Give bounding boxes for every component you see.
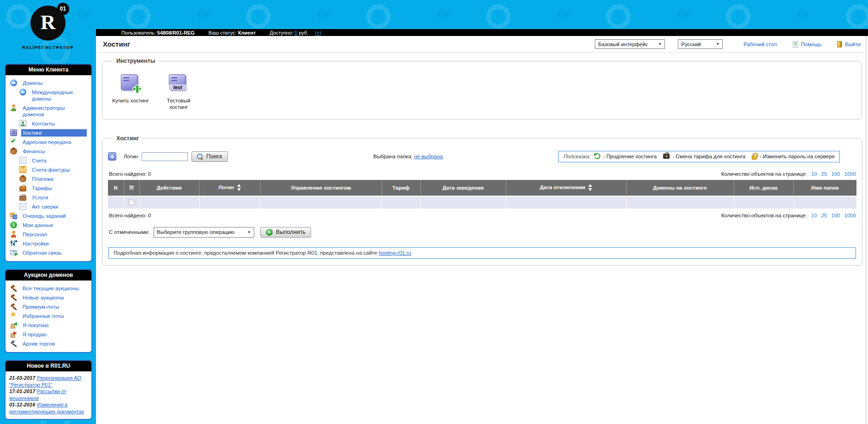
column-header[interactable]: Дата отключения (506, 180, 626, 196)
admins-icon (10, 104, 17, 111)
sort-asc-icon[interactable] (237, 184, 241, 187)
logout-link[interactable]: Выйти (837, 41, 861, 48)
news-item: 21-03-2017Реорганизация АО "Регистратор … (9, 375, 88, 388)
folder-selection: Выбрана папка: не выбрана (373, 154, 443, 159)
found-count: Всего найдено: 0 (109, 213, 151, 218)
sidebar-item[interactable]: Избранные лоты (6, 311, 90, 321)
execute-arrow-icon (266, 229, 273, 236)
settings-icon (10, 240, 17, 247)
sidebar-item[interactable]: Адресная передача (6, 137, 90, 147)
per-page-links: 10251001000 (807, 213, 856, 218)
sidebar-item[interactable]: Обратная связь (6, 248, 90, 257)
group-operation-select[interactable]: Выберите групповую операцию ▼ (154, 227, 254, 238)
sort-arrows[interactable] (588, 184, 592, 191)
sidebar-item[interactable]: Счета-фактуры (6, 165, 90, 174)
per-page-option[interactable]: 100 (831, 171, 840, 177)
sort-desc-icon[interactable] (237, 188, 241, 191)
language-select[interactable]: Русский ▼ (678, 39, 723, 49)
sidebar-item-label: Я покупаю (21, 322, 87, 329)
interface-select[interactable]: Базовый интерфейс ▼ (595, 39, 665, 49)
sidebar-item[interactable]: Я покупаю (6, 321, 90, 330)
login-input[interactable] (142, 152, 188, 161)
row-checkbox[interactable] (129, 200, 134, 205)
group-operation-select-value: Выберите групповую операцию (157, 229, 234, 235)
sidebar-item[interactable]: Архив торгов (6, 339, 90, 348)
payments-icon (19, 175, 26, 182)
column-header-label: Домены на хостинге (653, 185, 707, 191)
sort-asc-icon[interactable] (588, 184, 592, 187)
logo: R 01 R01/РЕГИСТРАТОР (0, 6, 96, 64)
topup-link[interactable]: (+) (315, 30, 321, 36)
info-link[interactable]: hosting.r01.ru (379, 250, 411, 256)
help-link[interactable]: Помощь (793, 41, 821, 48)
per-page-links: 10251001000 (807, 171, 856, 177)
tool-test-hosting[interactable]: testТестовый хостинг (158, 74, 199, 111)
sidebar-item[interactable]: Акт сверки (6, 202, 90, 211)
column-header[interactable]: Логин (199, 180, 260, 196)
sort-desc-icon[interactable] (588, 188, 592, 191)
document-icon (19, 203, 26, 210)
per-page-option[interactable]: 10 (811, 213, 817, 218)
help-link-label: Помощь (801, 42, 821, 47)
per-page-option[interactable]: 25 (821, 171, 827, 177)
sort-arrows[interactable] (237, 184, 241, 191)
globe-icon (19, 89, 26, 96)
sidebar-item[interactable]: Очередь заданий (6, 211, 90, 221)
table-cell (506, 196, 626, 209)
per-page-label: Количество объектов на странице: (721, 171, 807, 177)
sidebar: R 01 R01/РЕГИСТРАТОР Меню Клиента Домены… (0, 0, 96, 424)
per-page-option[interactable]: 1000 (844, 213, 856, 218)
column-header[interactable] (124, 180, 139, 196)
sidebar-item-label: Настройки (21, 240, 87, 247)
table-cell (139, 196, 199, 209)
sidebar-item[interactable]: Услуги (6, 193, 90, 202)
column-header-label: Тариф (392, 185, 409, 191)
sidebar-item[interactable]: Финансы (6, 147, 90, 156)
sidebar-item[interactable]: Настройки (6, 239, 90, 248)
user-value: 54808/R01-REG (157, 30, 195, 36)
group-operations-row: С отмеченными: Выберите групповую операц… (109, 227, 856, 238)
sidebar-item[interactable]: Контакты (6, 119, 90, 128)
sidebar-item[interactable]: Новые аукционы (6, 293, 90, 302)
page-title: Хостинг (103, 40, 130, 48)
sidebar-item[interactable]: Персонал (6, 230, 90, 239)
sidebar-item[interactable]: Мои данные (6, 221, 90, 230)
auction-menu: Аукцион доменов Все текущие аукционыНовы… (5, 269, 92, 353)
column-header-label: Действия (156, 185, 182, 191)
add-hosting-button[interactable] (108, 152, 116, 161)
tools-legend: Инструменты (113, 58, 158, 64)
sidebar-item[interactable]: Тарифы (6, 184, 90, 193)
column-header: Исп. диска (734, 180, 793, 196)
scrollbar[interactable] (865, 36, 868, 424)
sidebar-item[interactable]: Домены (6, 78, 90, 88)
select-all-checkbox[interactable] (129, 185, 134, 191)
sidebar-item[interactable]: Премиум-лоты (6, 302, 90, 311)
sidebar-item[interactable]: Хостинг (6, 128, 90, 137)
per-page-option[interactable]: 100 (831, 213, 840, 218)
sidebar-item[interactable]: Администраторы доменов (6, 103, 90, 119)
sidebar-item[interactable]: Международные домены (6, 88, 90, 103)
tools-list: Купить хостингtestТестовый хостинг (108, 67, 856, 113)
folder-link[interactable]: не выбрана (414, 154, 443, 159)
sidebar-item[interactable]: Все текущие аукционы (6, 284, 90, 293)
per-page-option[interactable]: 25 (821, 213, 827, 218)
plus-icon (108, 153, 116, 160)
execute-button[interactable]: Выполнить (260, 227, 311, 238)
sell-icon (10, 331, 17, 338)
balance-link[interactable]: 0 (294, 30, 297, 36)
sidebar-item[interactable]: Я продаю (6, 330, 90, 339)
content: Хостинг Базовый интерфейс ▼ Русский ▼ Ра… (96, 36, 868, 424)
hosting-legend: Хостинг (113, 135, 142, 142)
desktop-link[interactable]: Рабочий стол (743, 42, 777, 47)
hint-item: - Продление хостинга (594, 153, 657, 159)
sidebar-item[interactable]: Платежи (6, 174, 90, 184)
search-button[interactable]: Поиск (192, 151, 228, 162)
per-page-option[interactable]: 1000 (844, 171, 856, 177)
sidebar-item[interactable]: Счета (6, 156, 90, 165)
sidebar-item-label: Мои данные (21, 221, 87, 229)
sidebar-item-label: Я продаю (21, 331, 87, 338)
per-page-option[interactable]: 10 (811, 171, 817, 177)
tool-buy-hosting[interactable]: Купить хостинг (110, 74, 151, 111)
found-label: Всего найдено: (109, 171, 147, 177)
per-page: Количество объектов на странице:10251001… (721, 213, 856, 218)
